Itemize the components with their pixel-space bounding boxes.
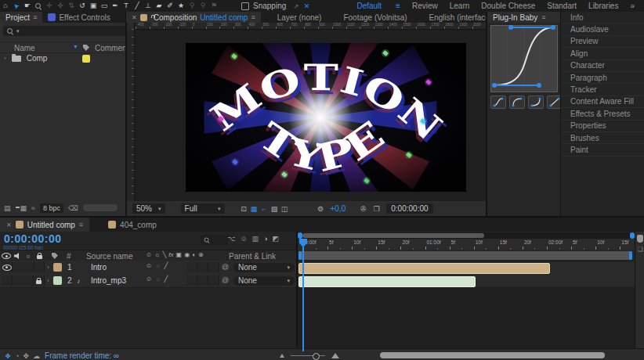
project-search-input[interactable]: ▾ bbox=[3, 26, 127, 36]
sidebar-item-tracker[interactable]: Tracker bbox=[561, 84, 644, 95]
shy-toggle-icon[interactable]: ☺ bbox=[240, 235, 247, 243]
roto-brush-tool[interactable]: ✐ bbox=[165, 1, 175, 11]
close-icon[interactable]: ✕ bbox=[6, 221, 12, 229]
eraser-tool[interactable]: ▰ bbox=[154, 1, 165, 11]
mode-cell[interactable] bbox=[208, 262, 219, 272]
panel-menu-icon[interactable]: ≡ bbox=[79, 221, 83, 229]
timeline-hscrollbar[interactable] bbox=[298, 232, 635, 239]
region-of-interest-icon[interactable]: ⌐ bbox=[259, 205, 270, 213]
sidebar-item-properties[interactable]: Properties bbox=[561, 121, 644, 132]
fx-column-icon[interactable]: fx bbox=[168, 251, 173, 258]
snap-along-edges-icon[interactable]: ↗ bbox=[293, 2, 299, 10]
sidebar-item-align[interactable]: Align bbox=[561, 48, 644, 59]
parent-pickwhip-icon[interactable]: @ bbox=[222, 263, 229, 271]
time-ruler[interactable]: 0:00f5f10f15f20f01:00f5f10f15f20f02:00f5… bbox=[298, 239, 635, 250]
panel-menu-icon[interactable]: ≡ bbox=[541, 13, 545, 21]
motion-blur-column-icon[interactable]: ◉ bbox=[184, 251, 190, 258]
layer-bar-intro[interactable] bbox=[298, 263, 550, 274]
label-column-tag-icon[interactable] bbox=[83, 45, 89, 51]
resolution-dropdown[interactable]: Full ▾ bbox=[181, 203, 225, 214]
expander-chevron-icon[interactable]: › bbox=[47, 277, 49, 284]
frame-blend-column-icon[interactable]: ▣ bbox=[176, 251, 183, 258]
frame-blend-toggle-icon[interactable]: ▥ bbox=[252, 235, 259, 243]
composition-doc-name[interactable]: Untitled comp bbox=[200, 13, 248, 22]
timeline-bottom-scrollbar[interactable] bbox=[380, 352, 605, 358]
collapse-icon[interactable]: ☼ bbox=[155, 275, 161, 283]
panel-menu-icon[interactable]: ≡ bbox=[33, 13, 37, 21]
workspace-learn[interactable]: Learn bbox=[450, 2, 470, 10]
snap-features-icon[interactable]: ✕ bbox=[304, 2, 310, 10]
shape-tool[interactable]: ▭ bbox=[99, 1, 110, 11]
sidebar-item-paragraph[interactable]: Paragraph bbox=[561, 72, 644, 84]
viewer-timecode[interactable]: 0:00:00:00 bbox=[386, 203, 432, 214]
timeline-zoom-slider[interactable] bbox=[291, 355, 325, 356]
layer-name[interactable]: Intro_mp3 bbox=[91, 276, 126, 285]
mode-cell[interactable] bbox=[208, 275, 219, 286]
workspace-default[interactable]: Default bbox=[356, 2, 382, 10]
project-item-name[interactable]: Comp bbox=[27, 54, 48, 63]
three-d-column-icon[interactable]: ⊕ bbox=[198, 251, 204, 258]
sidebar-item-character[interactable]: Character bbox=[561, 60, 644, 72]
adjustment-layer-column-icon[interactable]: ◐ bbox=[192, 251, 196, 258]
type-tool[interactable]: T bbox=[121, 1, 132, 11]
tab-layer-none[interactable]: Layer (none) bbox=[272, 12, 327, 23]
mode-cell[interactable] bbox=[186, 262, 197, 272]
transparency-grid-icon[interactable]: ▨ bbox=[270, 205, 280, 213]
composition-canvas[interactable]: MOTIONMOTIONMOTIONTYPETYPETYPE bbox=[186, 43, 466, 192]
column-source-name[interactable]: Source name bbox=[86, 252, 132, 261]
magnification-dropdown[interactable]: 50% ▾ bbox=[132, 203, 165, 214]
workspace-review[interactable]: Review bbox=[412, 2, 438, 10]
zoom-in-mountain-icon[interactable] bbox=[331, 353, 339, 358]
expander-chevron-icon[interactable]: › bbox=[4, 55, 6, 62]
comp-button-icon[interactable]: ❏ bbox=[635, 246, 644, 253]
av-cell[interactable] bbox=[23, 275, 34, 286]
draft-3d-icon[interactable]: ◔ bbox=[15, 352, 19, 360]
delete-icon[interactable]: ⌫ bbox=[68, 204, 78, 212]
close-icon[interactable]: ✕ bbox=[132, 14, 137, 21]
tab-composition[interactable]: ✕ Composition Untitled comp ≡ bbox=[126, 12, 261, 23]
shy-icon[interactable]: ☺ bbox=[146, 262, 152, 269]
pan-behind-tool[interactable]: ▣ bbox=[88, 1, 99, 11]
mask-visibility-icon[interactable]: ▦ bbox=[249, 205, 259, 213]
video-column-icon[interactable] bbox=[2, 252, 11, 260]
av-cell[interactable] bbox=[23, 262, 34, 272]
lock-column-icon[interactable] bbox=[34, 252, 44, 260]
solo-column-icon[interactable]: ○ bbox=[24, 252, 33, 260]
av-cell[interactable] bbox=[2, 275, 13, 286]
workspace-libraries[interactable]: Libraries bbox=[588, 2, 618, 10]
tab-project[interactable]: Project ≡ bbox=[0, 12, 42, 23]
chevron-down-icon[interactable]: ▾ bbox=[16, 28, 20, 34]
rotation-tool[interactable]: ↺ bbox=[77, 1, 88, 11]
shy-column-icon[interactable]: ☺ bbox=[146, 251, 152, 258]
mode-cell[interactable] bbox=[186, 275, 197, 286]
sort-triangle-icon[interactable]: ▼ bbox=[73, 44, 78, 49]
mode-cell[interactable] bbox=[197, 262, 208, 272]
tab-footage-volnitsa[interactable]: Footage (Volnitsa) bbox=[338, 12, 412, 23]
layer-color-swatch[interactable] bbox=[53, 276, 62, 285]
label-column-icon[interactable] bbox=[50, 252, 60, 260]
expander-chevron-icon[interactable]: › bbox=[47, 264, 49, 271]
playhead-line[interactable] bbox=[302, 239, 304, 351]
interpret-footage-icon[interactable]: ▤ bbox=[4, 204, 11, 212]
collapse-icon[interactable]: ☼ bbox=[155, 262, 161, 269]
column-number[interactable]: # bbox=[67, 252, 71, 261]
sidebar-item-paint[interactable]: Paint bbox=[561, 144, 644, 156]
timeline-tab-untitled-comp[interactable]: ✕Untitled comp≡ bbox=[0, 218, 89, 232]
pen-tool[interactable]: ✒ bbox=[110, 1, 121, 11]
bit-depth-chip[interactable]: 8 bpc bbox=[40, 203, 63, 213]
snapping-checkbox[interactable] bbox=[241, 2, 249, 10]
av-cell[interactable] bbox=[13, 262, 24, 272]
label-color-swatch[interactable] bbox=[82, 55, 90, 63]
tab-effect-controls[interactable]: Effect Controls bbox=[42, 12, 115, 23]
layer-name[interactable]: Intro bbox=[91, 263, 107, 272]
project-settings-icon[interactable]: ▦ bbox=[20, 204, 27, 212]
brush-tool[interactable]: ╱ bbox=[132, 1, 143, 11]
comp-marker-icon[interactable] bbox=[637, 235, 643, 243]
project-item-row[interactable]: ›Comp bbox=[0, 52, 125, 64]
preset-steep-s-button[interactable] bbox=[490, 95, 506, 109]
resolution-gear-icon[interactable]: ⚙ bbox=[316, 205, 326, 213]
exposure-value[interactable]: +0,0 bbox=[331, 204, 346, 213]
quality-column-icon[interactable]: ╲ bbox=[163, 251, 167, 258]
project-flowchart-pill[interactable] bbox=[83, 204, 118, 211]
live-update-icon[interactable]: ❖ bbox=[5, 352, 11, 360]
